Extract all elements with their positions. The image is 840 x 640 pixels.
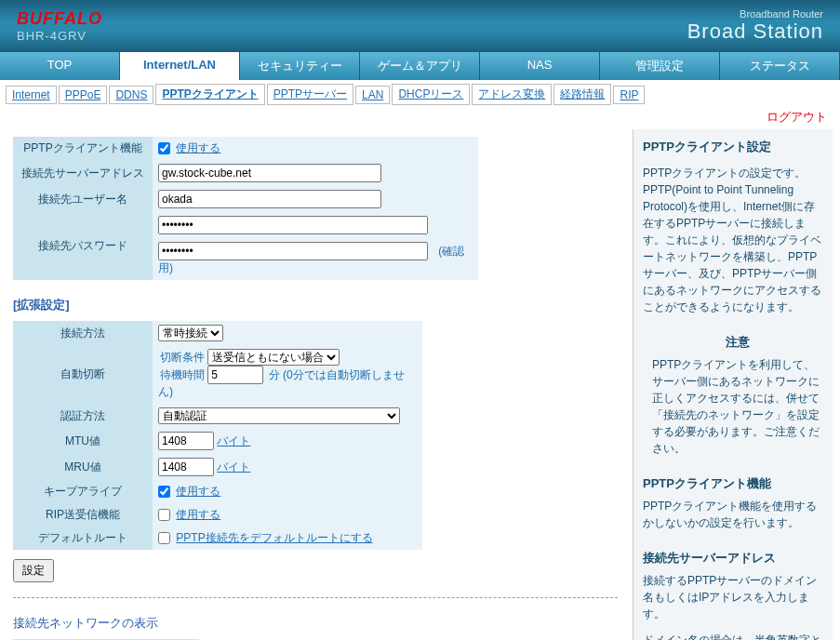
side-heading: PPTPクライアント設定 — [643, 139, 823, 155]
label-username: 接続先ユーザー名 — [13, 186, 153, 212]
subtab-pptp-client[interactable]: PPTPクライアント — [155, 84, 264, 105]
tab-game-app[interactable]: ゲーム＆アプリ — [360, 52, 480, 80]
label-auth-method: 認証方法 — [13, 404, 153, 428]
banner-right: Broadband Router Broad Station — [687, 8, 823, 44]
label-pptp-client-func: PPTPクライアント機能 — [13, 137, 153, 160]
input-server-address[interactable] — [158, 164, 381, 182]
sub-tabs: Internet PPPoE DDNS PPTPクライアント PPTPサーバー … — [0, 80, 840, 107]
checkbox-default-route[interactable] — [158, 532, 170, 544]
tab-security[interactable]: セキュリティー — [240, 52, 360, 80]
logo: BUFFALO — [17, 9, 102, 29]
checkbox-rip[interactable] — [158, 509, 170, 521]
extended-settings-table: 接続方法 常時接続 自動切断 切断条件 送受信ともにない場合 待機時間 分 (0… — [13, 321, 422, 550]
input-mtu[interactable] — [158, 432, 214, 450]
select-auth-method[interactable]: 自動認証 — [158, 407, 400, 424]
header-banner: BUFFALO BHR-4GRV Broadband Router Broad … — [0, 0, 840, 52]
cond-label: 切断条件 — [160, 351, 205, 364]
subtab-pptp-server[interactable]: PPTPサーバー — [267, 84, 353, 105]
logout-link[interactable]: ログアウト — [767, 110, 827, 124]
use-label[interactable]: 使用する — [176, 141, 220, 154]
side-server-text-2: ドメイン名の場合は、半角英数字と「.」「-」で64文字までです。IPアドレスの場… — [643, 632, 823, 640]
main-column: PPTPクライアント機能 使用する 接続先サーバーアドレス 接続先ユーザー名 — [7, 129, 623, 640]
label-mru: MRU値 — [13, 454, 153, 480]
input-password-confirm[interactable] — [158, 242, 428, 260]
side-column: PPTPクライアント設定 PPTPクライアントの設定です。PPTP(Point … — [633, 129, 833, 640]
logout-row: ログアウト — [0, 107, 840, 129]
subtab-pppoe[interactable]: PPPoE — [59, 86, 108, 104]
divider — [13, 597, 618, 598]
label-rip: RIP送受信機能 — [13, 503, 153, 527]
input-wait-time[interactable] — [207, 366, 263, 384]
subtab-lan[interactable]: LAN — [355, 86, 390, 104]
label-default-route: デフォルトルート — [13, 527, 153, 550]
input-mru[interactable] — [158, 458, 214, 476]
mru-unit[interactable]: バイト — [217, 460, 250, 473]
side-func-heading: PPTPクライアント機能 — [643, 475, 823, 492]
model-name: BHR-4GRV — [17, 29, 102, 43]
subtab-route[interactable]: 経路情報 — [553, 84, 611, 105]
label-server-address: 接続先サーバーアドレス — [13, 160, 153, 186]
side-server-heading: 接続先サーバーアドレス — [643, 550, 823, 567]
subtab-dhcp-lease[interactable]: DHCPリース — [392, 84, 470, 105]
label-connection-method: 接続方法 — [13, 321, 153, 345]
select-disconnect-condition[interactable]: 送受信ともにない場合 — [207, 349, 340, 366]
side-paragraph-1: PPTPクライアントの設定です。PPTP(Point to Point Tunn… — [643, 165, 823, 315]
tab-status[interactable]: ステータス — [720, 52, 840, 80]
brand-large: Broad Station — [687, 20, 823, 44]
select-connection-method[interactable]: 常時接続 — [158, 325, 223, 341]
tab-nas[interactable]: NAS — [480, 52, 600, 80]
subtab-ddns[interactable]: DDNS — [109, 86, 153, 104]
sub-brand: Broadband Router — [687, 8, 823, 20]
side-caution-text: PPTPクライアントを利用して、サーバー側にあるネットワークに正しくアクセスする… — [652, 356, 823, 457]
keepalive-use[interactable]: 使用する — [176, 485, 220, 498]
subtab-internet[interactable]: Internet — [6, 86, 57, 104]
wait-label: 待機時間 — [160, 368, 205, 381]
tab-internet-lan[interactable]: Internet/LAN — [120, 52, 240, 80]
submit-button[interactable]: 設定 — [13, 559, 54, 582]
banner-left: BUFFALO BHR-4GRV — [17, 9, 102, 43]
side-func-text: PPTPクライアント機能を使用するかしないかの設定を行います。 — [643, 498, 823, 531]
label-keepalive: キープアライブ — [13, 480, 153, 503]
subtab-address-trans[interactable]: アドレス変換 — [472, 84, 552, 105]
input-username[interactable] — [158, 190, 381, 208]
network-display-title: 接続先ネットワークの表示 — [13, 615, 618, 632]
basic-settings-table: PPTPクライアント機能 使用する 接続先サーバーアドレス 接続先ユーザー名 — [13, 137, 478, 280]
rip-use[interactable]: 使用する — [176, 508, 220, 521]
input-password[interactable] — [158, 216, 428, 234]
side-caution-heading: 注意 — [652, 334, 823, 351]
label-password: 接続先パスワード — [13, 212, 153, 280]
main-tabs: TOP Internet/LAN セキュリティー ゲーム＆アプリ NAS 管理設… — [0, 52, 840, 80]
default-route-text[interactable]: PPTP接続先をデフォルトルートにする — [176, 531, 372, 544]
mtu-unit[interactable]: バイト — [217, 434, 250, 447]
side-server-text-1: 接続するPPTPサーバーのドメイン名もしくはIPアドレスを入力します。 — [643, 572, 823, 622]
extended-settings-title: [拡張設定] — [13, 297, 618, 313]
subtab-rip[interactable]: RIP — [613, 86, 645, 104]
checkbox-pptp-enable[interactable] — [158, 142, 170, 154]
label-auto-disconnect: 自動切断 — [13, 345, 153, 404]
checkbox-keepalive[interactable] — [158, 486, 170, 498]
label-mtu: MTU値 — [13, 428, 153, 454]
tab-admin[interactable]: 管理設定 — [600, 52, 720, 80]
tab-top[interactable]: TOP — [0, 52, 120, 80]
